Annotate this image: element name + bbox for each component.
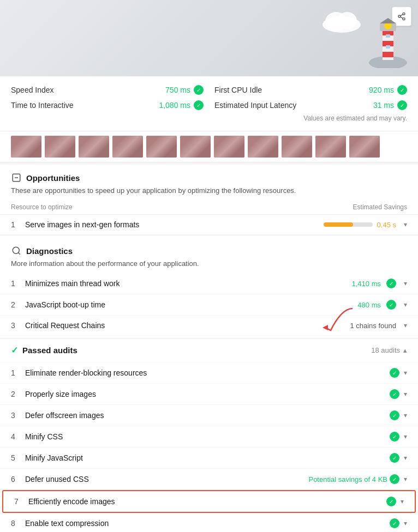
- passed-icons-5: ✓ ▾: [390, 453, 407, 463]
- diag-num-3: 3: [11, 321, 20, 330]
- svg-line-21: [18, 252, 20, 254]
- svg-rect-17: [386, 45, 390, 49]
- opportunities-icon: [11, 172, 22, 183]
- diag-check-1: ✓: [386, 279, 396, 288]
- first-cpu-idle-check: ✓: [397, 85, 407, 95]
- savings-value-1: 0.45 s: [377, 221, 396, 229]
- filmstrip-thumb-11: [349, 136, 380, 158]
- diag-row-2[interactable]: 2 JavaScript boot-up time 480 ms ✓ ▾: [0, 294, 418, 316]
- passed-check-icon-8: ✓: [390, 518, 399, 528]
- col-savings: Estimated Savings: [353, 203, 407, 211]
- time-to-interactive-value: 1,080 ms: [159, 101, 190, 110]
- estimated-note: Values are estimated and may vary.: [11, 114, 407, 122]
- filmstrip: [0, 131, 418, 162]
- passed-icons-6: Potential savings of 4 KB ✓ ▾: [308, 474, 407, 484]
- passed-chevron-7[interactable]: ▾: [401, 498, 404, 505]
- filmstrip-thumb-5: [146, 136, 177, 158]
- passed-num-5: 5: [11, 454, 20, 462]
- speed-index-check: ✓: [194, 85, 204, 95]
- diagnostics-title: Diagnostics: [26, 246, 73, 256]
- time-to-interactive-label: Time to Interactive: [11, 101, 74, 110]
- passed-icons-8: ✓ ▾: [390, 518, 407, 528]
- diagnostics-header: Diagnostics: [0, 238, 418, 259]
- metrics-section: Speed Index 750 ms ✓ First CPU Idle 920 …: [0, 76, 418, 131]
- filmstrip-thumb-4: [112, 136, 143, 158]
- passed-audits-header: ✓ Passed audits 18 audits ▴: [0, 338, 418, 362]
- diag-label-1: Minimizes main thread work: [25, 279, 347, 288]
- passed-label-1: Eliminate render-blocking resources: [25, 368, 384, 377]
- passed-label-4: Minify CSS: [25, 432, 384, 441]
- diag-row-1[interactable]: 1 Minimizes main thread work 1,410 ms ✓ …: [0, 273, 418, 294]
- passed-check-icon-5: ✓: [390, 453, 399, 463]
- passed-icons-1: ✓ ▾: [390, 368, 407, 378]
- passed-chevron-6[interactable]: ▾: [404, 475, 407, 483]
- passed-row-6[interactable]: 6 Defer unused CSS Potential savings of …: [0, 469, 418, 490]
- passed-check-icon: ✓: [11, 345, 18, 355]
- opportunities-title: Opportunities: [26, 173, 80, 183]
- diag-value-1: 1,410 ms: [352, 280, 381, 288]
- passed-chevron-5[interactable]: ▾: [404, 454, 407, 462]
- savings-bar-1: [324, 222, 373, 227]
- estimated-input-latency-row: Estimated Input Latency 31 ms ✓: [214, 100, 407, 110]
- passed-row-2[interactable]: 2 Properly size images ✓ ▾: [0, 384, 418, 405]
- passed-audits-right: 18 audits ▴: [371, 346, 407, 354]
- savings-bar-container-1: 0.45 s: [324, 221, 396, 229]
- passed-check-icon-4: ✓: [390, 432, 399, 442]
- speed-index-label: Speed Index: [11, 86, 54, 94]
- passed-audits-section: ✓ Passed audits 18 audits ▴ 1 Eliminate …: [0, 338, 418, 532]
- passed-check-icon-3: ✓: [390, 410, 399, 420]
- diagnostics-icon: [11, 245, 22, 256]
- passed-row-8[interactable]: 8 Enable text compression ✓ ▾: [0, 513, 418, 532]
- passed-row-3[interactable]: 3 Defer offscreen images ✓ ▾: [0, 405, 418, 426]
- svg-point-20: [13, 247, 19, 253]
- first-cpu-idle-value: 920 ms: [369, 86, 394, 94]
- speed-index-value-group: 750 ms ✓: [165, 85, 204, 95]
- filmstrip-thumb-6: [180, 136, 211, 158]
- passed-label-7: Efficiently encode images: [28, 497, 381, 506]
- passed-chevron-1[interactable]: ▾: [404, 369, 407, 377]
- diag-chevron-1[interactable]: ▾: [404, 280, 407, 287]
- time-to-interactive-check: ✓: [194, 100, 204, 110]
- filmstrip-thumb-3: [79, 136, 109, 158]
- passed-num-3: 3: [11, 411, 20, 420]
- header-area: [0, 0, 418, 76]
- opportunity-num-1: 1: [11, 220, 20, 229]
- diag-label-3: Critical Request Chains: [25, 321, 344, 330]
- passed-audits-title: Passed audits: [22, 346, 77, 355]
- estimated-input-latency-value: 31 ms: [373, 101, 394, 110]
- filmstrip-thumb-9: [282, 136, 312, 158]
- passed-row-7[interactable]: 7 Efficiently encode images ✓ ▾: [2, 490, 416, 513]
- passed-chevron-2[interactable]: ▾: [404, 390, 407, 398]
- diag-num-2: 2: [11, 300, 20, 309]
- passed-audits-chevron[interactable]: ▴: [403, 346, 407, 354]
- passed-num-7: 7: [14, 497, 23, 506]
- passed-icons-7: ✓ ▾: [386, 497, 404, 506]
- filmstrip-thumb-1: [11, 136, 41, 158]
- passed-chevron-3[interactable]: ▾: [404, 412, 407, 419]
- passed-row-5[interactable]: 5 Minify JavaScript ✓ ▾: [0, 448, 418, 469]
- estimated-input-latency-value-group: 31 ms ✓: [373, 100, 407, 110]
- passed-check-icon-7: ✓: [386, 497, 396, 506]
- filmstrip-thumb-2: [45, 136, 75, 158]
- diag-chevron-2[interactable]: ▾: [404, 301, 407, 309]
- passed-num-4: 4: [11, 432, 20, 441]
- diag-row-3[interactable]: 3 Critical Request Chains 1 chains found…: [0, 316, 418, 336]
- passed-label-5: Minify JavaScript: [25, 454, 384, 462]
- speed-index-row: Speed Index 750 ms ✓: [11, 85, 204, 95]
- passed-row-4[interactable]: 4 Minify CSS ✓ ▾: [0, 426, 418, 448]
- passed-chevron-4[interactable]: ▾: [404, 433, 407, 440]
- diag-check-2: ✓: [386, 300, 396, 310]
- diag-num-1: 1: [11, 279, 20, 288]
- opportunities-table-header: Resource to optimize Estimated Savings: [0, 200, 418, 215]
- passed-row-1[interactable]: 1 Eliminate render-blocking resources ✓ …: [0, 362, 418, 384]
- opportunity-row-1[interactable]: 1 Serve images in next-gen formats 0.45 …: [0, 215, 418, 235]
- passed-num-6: 6: [11, 475, 20, 483]
- svg-rect-16: [386, 34, 390, 38]
- savings-bar-fill-1: [324, 222, 353, 227]
- passed-chevron-8[interactable]: ▾: [404, 519, 407, 527]
- diag-chevron-3[interactable]: ▾: [404, 322, 407, 329]
- opportunity-chevron-1[interactable]: ▾: [404, 221, 407, 228]
- time-to-interactive-value-group: 1,080 ms ✓: [159, 100, 204, 110]
- opportunities-desc: These are opportunities to speed up your…: [0, 186, 418, 200]
- opportunities-header: Opportunities: [0, 165, 418, 186]
